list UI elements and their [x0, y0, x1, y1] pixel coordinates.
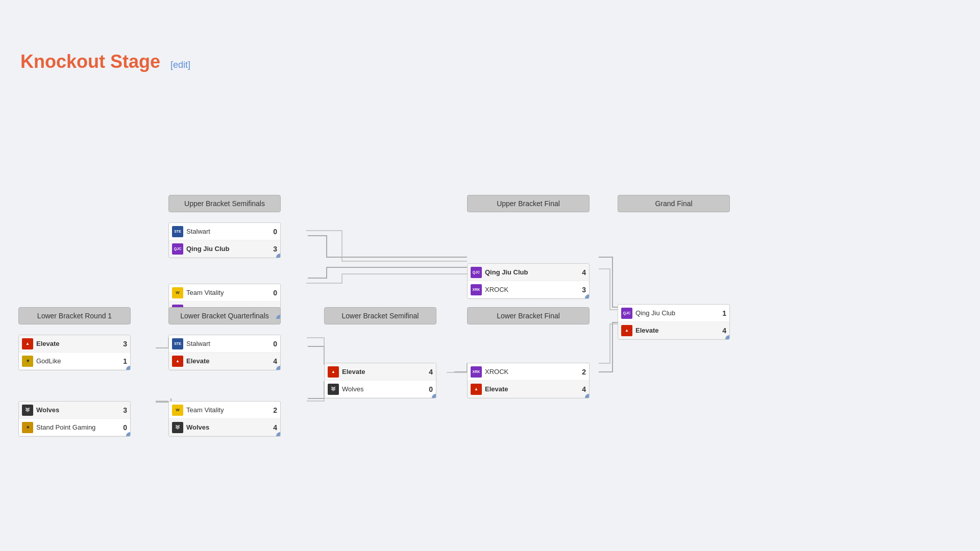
info-icon[interactable]: i: [585, 294, 590, 299]
info-icon[interactable]: i: [126, 432, 131, 437]
team-name: Elevate: [36, 340, 117, 347]
elevate-logo: ▲: [172, 356, 183, 367]
ub-s1-team2: QJC Qing Jiu Club 3: [169, 240, 280, 258]
team-name: Team Vitality: [186, 406, 267, 414]
ub-semi-match1: STE Stalwart 0 QJC Qing Jiu Club 3 i: [168, 222, 281, 258]
info-icon[interactable]: i: [725, 335, 730, 340]
lb-qf2-team2: 🐺 Wolves 4: [169, 419, 280, 436]
team-name: XROCK: [485, 286, 576, 293]
lb-r1-m1-team2: ⚜ GodLike 1: [19, 353, 130, 370]
team-score: 0: [267, 289, 277, 297]
vitality-logo: W: [172, 405, 183, 416]
lb-final-match: XRK XROCK 2 ▲ Elevate 4 i: [467, 363, 590, 398]
wolves-logo: 🐺: [172, 422, 183, 433]
gf-team1: QJC Qing Jiu Club 1: [618, 305, 729, 322]
lb-r1-m2-team2: ★ Stand Point Gaming 0: [19, 419, 130, 436]
lb-final-team1: XRK XROCK 2: [468, 363, 589, 381]
team-score: 1: [716, 309, 726, 317]
info-icon[interactable]: i: [276, 254, 281, 258]
qjc-logo: QJC: [471, 267, 482, 278]
info-icon[interactable]: i: [585, 394, 590, 398]
lb-round1-column: Lower Bracket Round 1 ▲ Elevate 3 ⚜ GodL…: [18, 307, 131, 437]
vitality-logo: W: [172, 287, 183, 298]
ub-s1-team1: STE Stalwart 0: [169, 223, 280, 240]
team-name: Stalwart: [186, 228, 267, 235]
spg-logo: ★: [22, 422, 33, 433]
ub-final-team2: XRK XROCK 3: [468, 281, 589, 298]
ub-final-header: Upper Bracket Final: [467, 195, 590, 212]
gf-team2: ▲ Elevate 4: [618, 322, 729, 339]
team-score: 2: [576, 368, 586, 376]
team-name: Stand Point Gaming: [36, 423, 117, 431]
elevate-logo: ▲: [621, 325, 632, 336]
info-icon[interactable]: i: [276, 315, 281, 319]
info-icon[interactable]: i: [276, 366, 281, 370]
edit-link[interactable]: [edit]: [170, 60, 190, 70]
team-name: Wolves: [342, 385, 423, 393]
ub-semis-column: Upper Bracket Semifinals STE Stalwart 0 …: [168, 195, 281, 319]
lb-qf1-team1: STE Stalwart 0: [169, 335, 280, 353]
team-score: 0: [423, 385, 433, 393]
team-name: Wolves: [36, 406, 117, 414]
lb-final-team2: ▲ Elevate 4: [468, 381, 589, 398]
ub-s2-team1: W Team Vitality 0: [169, 284, 280, 302]
page-title: Knockout Stage [edit]: [10, 51, 970, 72]
lb-qf2-team1: W Team Vitality 2: [169, 402, 280, 419]
team-name: GodLike: [36, 357, 117, 365]
team-name: Elevate: [342, 368, 423, 375]
lb-round1-header: Lower Bracket Round 1: [18, 307, 131, 324]
team-score: 3: [117, 406, 127, 414]
info-icon[interactable]: i: [432, 394, 436, 398]
info-icon[interactable]: i: [276, 432, 281, 437]
lb-quarters-header: Lower Bracket Quarterfinals: [168, 307, 281, 324]
title-text: Knockout Stage: [20, 51, 160, 72]
lb-final-header: Lower Bracket Final: [467, 307, 590, 324]
elevate-logo: ▲: [328, 366, 339, 378]
ub-final-column: Upper Bracket Final QJC Qing Jiu Club 4 …: [467, 195, 590, 299]
ub-semis-header: Upper Bracket Semifinals: [168, 195, 281, 212]
team-name: Elevate: [485, 385, 576, 393]
team-name: Qing Jiu Club: [635, 309, 716, 317]
team-score: 3: [267, 245, 277, 253]
grand-final-column: Grand Final QJC Qing Jiu Club 1 ▲ Elevat…: [618, 195, 730, 340]
team-score: 0: [267, 340, 277, 348]
team-score: 4: [267, 423, 277, 432]
lb-r1-m2-team1: 🐺 Wolves 3: [19, 402, 130, 419]
team-score: 2: [267, 406, 277, 414]
ub-final-match: QJC Qing Jiu Club 4 XRK XROCK 3 i: [467, 263, 590, 299]
team-score: 4: [576, 385, 586, 393]
lb-r1-match2: 🐺 Wolves 3 ★ Stand Point Gaming 0 i: [18, 401, 131, 437]
xrock-logo: XRK: [471, 366, 482, 378]
team-name: XROCK: [485, 368, 576, 375]
elevate-logo: ▲: [471, 384, 482, 395]
team-name: Elevate: [635, 327, 716, 334]
team-score: 4: [716, 327, 726, 335]
elevate-logo: ▲: [22, 338, 33, 349]
xrock-logo: XRK: [471, 284, 482, 295]
lb-final-column: Lower Bracket Final XRK XROCK 2 ▲ Elevat…: [467, 307, 590, 398]
wolves-logo: 🐺: [22, 405, 33, 416]
bracket-container: Lower Bracket Round 1 ▲ Elevate 3 ⚜ GodL…: [10, 88, 954, 445]
lb-semi-match: ▲ Elevate 4 🐺 Wolves 0 i: [324, 363, 436, 398]
wolves-logo: 🐺: [328, 384, 339, 395]
team-score: 0: [267, 228, 277, 236]
team-name: Stalwart: [186, 340, 267, 347]
team-score: 4: [576, 268, 586, 277]
lb-semi-header: Lower Bracket Semifinal: [324, 307, 436, 324]
lb-qf1-team2: ▲ Elevate 4: [169, 353, 280, 370]
lb-semi-team1: ▲ Elevate 4: [325, 363, 436, 381]
team-score: 4: [267, 357, 277, 365]
team-score: 3: [576, 286, 586, 294]
grand-final-match: QJC Qing Jiu Club 1 ▲ Elevate 4 i: [618, 304, 730, 340]
stalwart-logo: STE: [172, 226, 183, 237]
lb-r1-match1: ▲ Elevate 3 ⚜ GodLike 1 i: [18, 335, 131, 370]
team-name: Team Vitality: [186, 289, 267, 296]
qjc-logo: QJC: [621, 308, 632, 319]
team-name: Qing Jiu Club: [186, 245, 267, 253]
lb-qf-match2: W Team Vitality 2 🐺 Wolves 4 i: [168, 401, 281, 437]
team-score: 4: [423, 368, 433, 376]
team-name: Qing Jiu Club: [485, 268, 576, 276]
stalwart-logo: STE: [172, 338, 183, 349]
lb-quarters-column: Lower Bracket Quarterfinals STE Stalwart…: [168, 307, 281, 437]
info-icon[interactable]: i: [126, 366, 131, 370]
